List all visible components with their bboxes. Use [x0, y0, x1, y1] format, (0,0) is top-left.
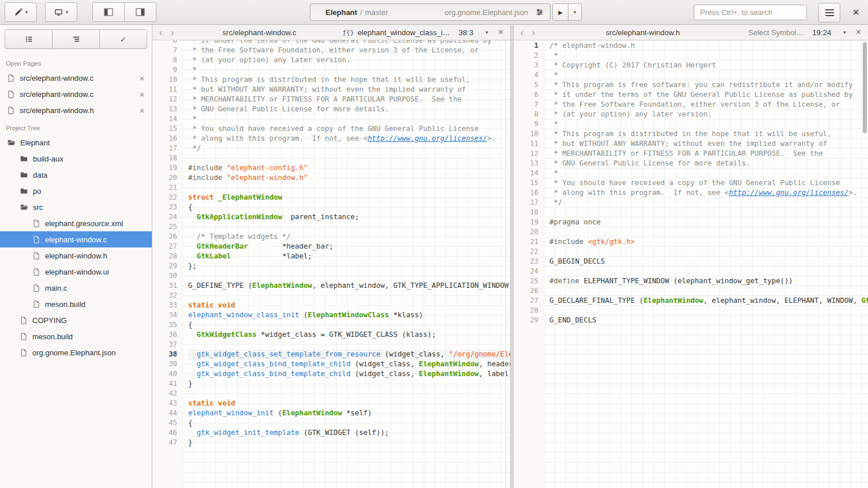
close-pane-button[interactable]: ×: [854, 27, 863, 37]
tree-item-meson.build[interactable]: meson.build: [0, 328, 152, 344]
tree-item-elephant-window.ui[interactable]: elephant-window.ui: [0, 264, 152, 280]
omnibar[interactable]: Elephant / master org.gnome.Elephant.jso…: [310, 3, 551, 21]
code-line: #pragma once: [549, 217, 868, 227]
line-number: 29: [514, 316, 544, 325]
open-page-item[interactable]: src/elephant-window.c×: [0, 70, 152, 86]
pane-options-button[interactable]: ▾: [482, 29, 492, 35]
line-number: 15: [514, 178, 544, 188]
line-number: 47: [152, 438, 182, 448]
tree-item-Elephant[interactable]: Elephant: [0, 134, 152, 151]
pane-options-button[interactable]: ▾: [840, 29, 850, 35]
tree-item-elephant-window.c[interactable]: elephant-window.c: [0, 231, 152, 247]
tree-item-label: meson.build: [45, 300, 85, 309]
line-number: 35: [152, 320, 182, 330]
line-number: 28: [152, 251, 182, 261]
forward-button[interactable]: ›: [169, 28, 176, 37]
symbol-selector[interactable]: Select Symbol…: [748, 28, 803, 37]
tree-item-elephant-window.h[interactable]: elephant-window.h: [0, 247, 152, 264]
open-pages-list: src/elephant-window.c×src/elephant-windo…: [0, 70, 152, 118]
line-number: 7: [514, 100, 544, 110]
back-button[interactable]: ‹: [518, 28, 526, 37]
close-page-button[interactable]: ×: [137, 89, 147, 99]
sidebar-tab-todo[interactable]: ✓: [99, 29, 147, 49]
header-left-controls: ▾ ▾: [5, 2, 156, 22]
file-icon: [7, 74, 15, 82]
editor-pane-window-c: ‹ › src/elephant-window.c ƒ{} elephant_w…: [152, 25, 510, 488]
menu-button[interactable]: [818, 3, 840, 22]
line-number: 8: [152, 55, 182, 65]
tree-item-meson.build[interactable]: meson.build: [0, 296, 152, 312]
tree-item-src[interactable]: src: [0, 199, 152, 215]
run-options-button[interactable]: ▾: [568, 3, 582, 21]
tree-item-label: elephant-window.ui: [45, 268, 109, 276]
forward-button[interactable]: ›: [530, 28, 537, 37]
sidebar-tab-pages[interactable]: [5, 29, 53, 49]
run-button[interactable]: ▶: [552, 3, 568, 21]
tree-item-label: COPYING: [32, 316, 67, 325]
sidebar-tab-tree[interactable]: [52, 29, 100, 49]
line-number: 21: [152, 183, 182, 193]
line-number: 17: [152, 144, 182, 153]
panel-right-icon: [136, 8, 145, 16]
code-line: GtkApplicationWindow parent_instance;: [188, 212, 510, 222]
open-page-item[interactable]: src/elephant-window.c×: [0, 86, 152, 102]
tree-item-elephant.gresource.xml[interactable]: elephant.gresource.xml: [0, 215, 152, 231]
cursor-position: 38:3: [459, 28, 473, 37]
device-selector-button[interactable]: ▾: [45, 2, 77, 22]
open-page-item[interactable]: src/elephant-window.h×: [0, 102, 152, 118]
project-tree-header: Project Tree: [0, 118, 152, 134]
code-line: [188, 222, 510, 232]
line-number: 32: [152, 291, 182, 301]
gnome-builder-window: ▾ ▾: [0, 0, 868, 488]
line-number: 22: [152, 193, 182, 202]
tree-item-COPYING[interactable]: COPYING: [0, 312, 152, 328]
line-number: 13: [152, 104, 182, 114]
folder-open-icon: [20, 203, 28, 211]
line-number: 42: [152, 389, 182, 399]
line-number: 1: [514, 41, 544, 51]
tree-item-label: data: [33, 171, 47, 179]
close-pane-button[interactable]: ×: [496, 27, 506, 37]
search-input[interactable]: [694, 5, 807, 20]
tree-item-label: meson.build: [32, 332, 73, 341]
code-line: [188, 153, 510, 163]
code-line: gtk_widget_init_template (GTK_WIDGET (se…: [188, 428, 510, 438]
tree-item-org.gnome.Elephant.json[interactable]: org.gnome.Elephant.json: [0, 344, 152, 361]
perspective-selector-button[interactable]: ▾: [5, 2, 37, 22]
line-numbers: 6789101112131415161718192021222324252627…: [152, 40, 182, 448]
check-icon: ✓: [120, 35, 126, 44]
code-line: #include <gtk/gtk.h>: [549, 237, 868, 247]
line-number: 44: [152, 408, 182, 418]
code-line: * GNU General Public License for more de…: [549, 159, 868, 168]
back-button[interactable]: ‹: [157, 28, 164, 37]
code-line: * MERCHANTABILITY or FITNESS FOR A PARTI…: [549, 149, 868, 159]
toggle-right-panel-button[interactable]: [124, 2, 156, 22]
close-page-button[interactable]: ×: [137, 73, 147, 83]
close-page-button[interactable]: ×: [137, 106, 147, 115]
line-number: 16: [152, 134, 182, 144]
build-config-button[interactable]: [533, 6, 547, 18]
code-area[interactable]: * it under the terms of the GNU General …: [182, 40, 510, 488]
tree-item-po[interactable]: po: [0, 183, 152, 199]
line-number: 20: [152, 173, 182, 183]
code-line: *: [188, 114, 510, 124]
line-number: 18: [152, 153, 182, 163]
line-number: 19: [514, 217, 544, 227]
tree-item-label: elephant-window.c: [45, 235, 107, 244]
line-number: 16: [514, 188, 544, 198]
code-line: * along with this program. If not, see <…: [188, 134, 510, 144]
window-close-button[interactable]: ×: [847, 4, 865, 21]
line-number: 41: [152, 379, 182, 389]
code-line: /* Template widgets */: [188, 232, 510, 242]
tree-item-main.c[interactable]: main.c: [0, 280, 152, 296]
line-number: 2: [514, 51, 544, 61]
symbol-selector[interactable]: ƒ{} elephant_window_class_i…: [343, 28, 450, 37]
tree-item-data[interactable]: data: [0, 167, 152, 183]
hamburger-icon: [825, 9, 834, 16]
project-tree-list: Elephantbuild-auxdataposrcelephant.greso…: [0, 134, 152, 361]
code-area[interactable]: /* elephant-window.h * * Copyright (C) 2…: [544, 40, 868, 488]
toggle-left-panel-button[interactable]: [92, 2, 125, 22]
tree-item-build-aux[interactable]: build-aux: [0, 151, 152, 167]
scrollbar[interactable]: [863, 42, 867, 133]
code-line: *: [188, 65, 510, 75]
